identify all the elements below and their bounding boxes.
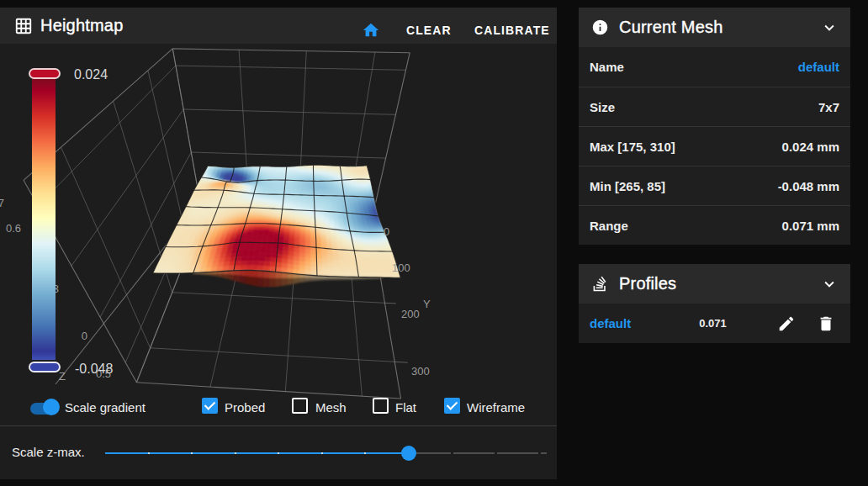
- svg-text:Y: Y: [423, 298, 431, 310]
- svg-text:0: 0: [82, 330, 87, 342]
- svg-text:Z: Z: [59, 370, 66, 383]
- svg-text:0.6: 0.6: [6, 222, 21, 235]
- svg-text:200: 200: [401, 308, 420, 320]
- svg-text:100: 100: [392, 261, 410, 274]
- svg-text:300: 300: [411, 365, 430, 378]
- svg-text:7: 7: [0, 197, 4, 209]
- svg-text:0: 0: [384, 225, 389, 238]
